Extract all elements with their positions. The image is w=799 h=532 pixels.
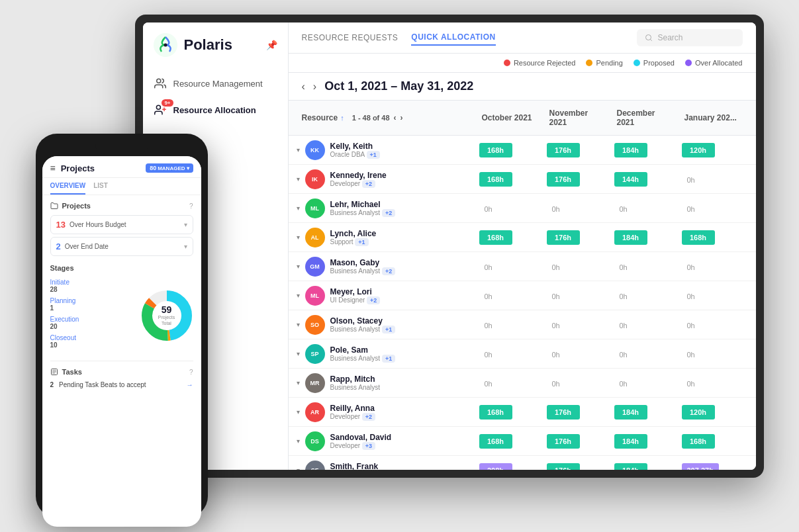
hamburger-icon[interactable]: ≡ [50,163,56,173]
hours-bar: 176h [547,230,580,245]
row-chevron-icon[interactable]: ▾ [297,350,300,357]
avatar: ML [305,199,325,218]
row-chevron-icon[interactable]: ▾ [297,204,300,212]
cell-oct: 0h [474,315,541,335]
row-chevron-icon[interactable]: ▾ [297,408,300,416]
tab-resource-requests[interactable]: RESOURCE REQUESTS [302,30,399,45]
managed-badge: 80 MANAGED ▾ [146,163,193,173]
row-chevron-icon[interactable]: ▾ [297,321,300,328]
resource-name: Meyer, Lori [330,287,381,296]
desktop-screen: Polaris 📌 Resource Managemen [143,22,756,470]
resource-cell-name: ▾ IK Kennedy, Irene Developer +2 [289,165,474,193]
cell-oct: 168h [474,168,541,191]
cell-jan: 0h [677,257,756,277]
sidebar-item-resource-allocation[interactable]: 9+ Resource Allocation [143,97,288,123]
row-chevron-icon[interactable]: ▾ [297,175,300,183]
cell-jan: 0h [677,315,756,335]
next-arrow[interactable]: › [313,81,316,92]
hours-zero: 0h [614,347,633,362]
mobile-projects-header: Projects ? [50,202,193,210]
cell-oct: 168h [474,430,541,453]
avatar: IK [305,169,325,189]
hours-bar: 176h [547,434,580,449]
mobile-content: Projects ? 13 Over Hours Budget ▾ 2 [42,195,201,527]
resource-role: Developer +3 [330,442,392,449]
avatar: DS [305,431,325,451]
cell-dec: 0h [609,315,677,335]
people-icon [154,77,167,90]
svg-line-7 [650,39,651,40]
resource-info: Kennedy, Irene Developer +2 [330,171,387,187]
avatar: MR [305,373,325,393]
row-chevron-icon[interactable]: ▾ [297,234,300,241]
resource-cell-name: ▾ ML Meyer, Lori UI Designer +2 [289,282,474,310]
resource-rows: ▾ KK Kelly, Keith Oracle DBA +1 168h 176… [289,136,756,470]
resource-cell-name: ▾ SF Smith, Frank Product Manager +2 [289,457,474,470]
cell-dec: 184h [609,226,677,249]
app-layout: Polaris 📌 Resource Managemen [143,22,756,470]
row-chevron-icon[interactable]: ▾ [297,379,300,386]
resource-info: Smith, Frank Product Manager +2 [330,462,397,470]
chevron-right-icon-hours: ▾ [184,221,187,228]
hours-zero: 0h [682,289,700,304]
hours-zero: 0h [682,347,700,362]
cell-oct: 0h [474,257,541,277]
mobile-stat-over-hours[interactable]: 13 Over Hours Budget ▾ [50,215,193,234]
mobile-stages-section: Stages Initiate 28 Planning 1 [50,264,193,353]
search-box[interactable]: Search [637,29,743,46]
cell-nov: 0h [541,373,609,393]
tab-quick-allocation[interactable]: QUICK ALLOCATION [411,30,495,46]
prev-arrow[interactable]: ‹ [302,81,305,92]
pag-next[interactable]: › [400,113,403,122]
row-chevron-icon[interactable]: ▾ [297,146,300,154]
table-row: ▾ AL Lynch, Alice Support +1 168h 176h 1… [289,223,756,252]
hours-zero: 0h [614,202,633,216]
stage-planning: Planning 1 [50,297,132,312]
hours-zero: 0h [614,260,633,275]
row-chevron-icon[interactable]: ▾ [297,263,300,270]
table-row: ▾ IK Kennedy, Irene Developer +2 168h 17… [289,165,756,194]
resource-role: Developer +2 [330,180,387,187]
person-add-icon: 9+ [154,103,167,116]
svg-point-3 [156,105,160,109]
cell-jan: 207.27h [677,459,756,470]
cell-nov: 0h [541,286,609,306]
hours-zero: 0h [614,289,633,304]
resource-cell-name: ▾ GM Mason, Gaby Business Analyst +2 [289,253,474,281]
mobile-stat-over-date[interactable]: 2 Over End Date ▾ [50,237,193,256]
row-chevron-icon[interactable]: ▾ [297,466,300,470]
mobile-tabs: OVERVIEW LIST [42,178,201,195]
stages-content: Initiate 28 Planning 1 Execution 20 [50,279,193,353]
task-arrow-icon[interactable]: → [187,381,193,388]
col-dec: December 2021 [609,106,677,130]
row-chevron-icon[interactable]: ▾ [297,437,300,445]
resource-role: Business Analyst +2 [330,267,396,275]
help-icon[interactable]: ? [189,202,193,210]
resource-name: Rapp, Mitch [330,375,381,384]
scene: Polaris 📌 Resource Managemen [36,15,764,517]
stages-list: Initiate 28 Planning 1 Execution 20 [50,279,132,353]
over-allocated-dot [685,60,692,66]
resource-name: Kelly, Keith [330,142,380,151]
desktop-frame: Polaris 📌 Resource Managemen [135,15,764,478]
mobile-tab-overview[interactable]: OVERVIEW [50,182,86,195]
hours-bar: 168h [479,434,512,449]
pag-prev[interactable]: ‹ [394,113,397,122]
table-row: ▾ SF Smith, Frank Product Manager +2 208… [289,456,756,470]
avatar: ML [305,286,325,306]
cell-dec: 184h [609,401,677,423]
legend-rejected-label: Resource Rejected [514,59,576,67]
legend-rejected: Resource Rejected [504,59,576,67]
hours-bar: 144h [614,172,647,187]
resource-name: Lynch, Alice [330,229,377,238]
resource-role: Developer +2 [330,413,376,420]
pagination: 1 - 48 of 48 ‹ › [352,113,403,122]
tasks-help-icon[interactable]: ? [189,369,193,376]
mobile-tasks-section: Tasks ? 2 Pending Task Beats to accept → [50,361,193,388]
sidebar-item-resource-management[interactable]: Resource Management [143,70,288,97]
sort-icon[interactable]: ↑ [340,114,344,122]
resource-info: Lynch, Alice Support +1 [330,229,377,245]
row-chevron-icon[interactable]: ▾ [297,292,300,299]
mobile-tab-list[interactable]: LIST [93,182,108,195]
hours-bar: 176h [547,172,580,187]
